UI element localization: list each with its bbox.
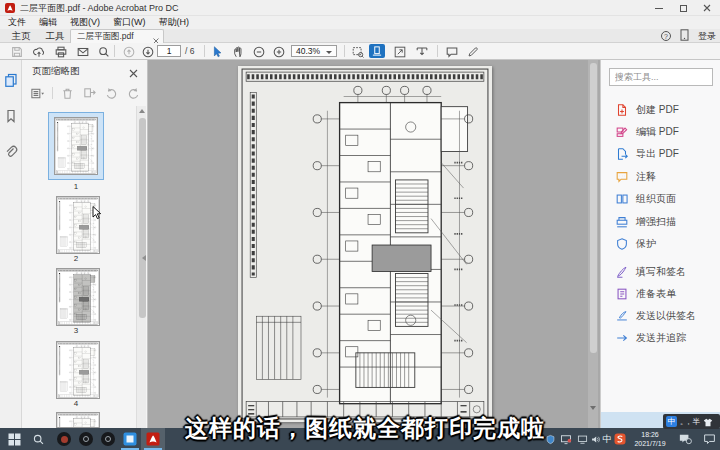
tray-sogou-icon[interactable]	[612, 428, 628, 450]
marquee-zoom-button[interactable]	[349, 44, 367, 59]
tool-edit-pdf[interactable]: 编辑 PDF	[601, 122, 720, 142]
tool-export-pdf[interactable]: 导出 PDF	[601, 144, 720, 164]
document-scrollbar[interactable]	[588, 60, 598, 428]
ime-width-button[interactable]: 半	[693, 417, 701, 427]
thumbnail-page-2[interactable]	[56, 196, 100, 254]
tool-enhance-scans[interactable]: 增强扫描	[601, 212, 720, 232]
help-icon[interactable]: ?	[661, 31, 671, 41]
print-button[interactable]	[52, 44, 70, 59]
ime-mode-button[interactable]: 中	[666, 416, 677, 427]
send-for-signature-icon	[615, 309, 629, 323]
scrollbar-thumb[interactable]	[139, 118, 146, 318]
pencil-edit-button[interactable]	[464, 44, 482, 59]
action-center-icon[interactable]	[698, 428, 720, 450]
tab-home[interactable]: 主页	[6, 29, 36, 43]
menu-help[interactable]: 帮助(H)	[159, 16, 190, 29]
tool-fill-sign[interactable]: 填写和签名	[601, 262, 720, 282]
tray-message-icon[interactable]	[674, 428, 696, 450]
chevron-down-icon	[326, 51, 332, 54]
document-pane	[148, 60, 600, 428]
tool-send-and-track[interactable]: 发送并追踪	[601, 328, 720, 348]
hand-tool-button[interactable]	[229, 44, 247, 59]
mouse-cursor	[92, 206, 102, 224]
desktop: 二层平面图.pdf - Adobe Acrobat Pro DC 文件 编辑 视…	[0, 0, 720, 450]
next-page-button[interactable]	[139, 44, 157, 59]
fit-page-button[interactable]	[369, 44, 385, 58]
organize-pages-icon	[615, 192, 629, 206]
previous-page-button[interactable]	[120, 44, 138, 59]
tool-comment[interactable]: 注释	[601, 167, 720, 187]
comment-icon	[615, 170, 629, 184]
zoom-out-button[interactable]	[250, 44, 268, 59]
tools-panel: 创建 PDF 编辑 PDF 导出 PDF 注释	[600, 60, 720, 428]
video-subtitle: 这样的话，图纸就全都打印完成啦	[185, 413, 545, 444]
enhance-scans-icon	[615, 215, 629, 229]
tool-create-pdf[interactable]: 创建 PDF	[601, 100, 720, 120]
taskbar-app-2-icon[interactable]	[74, 428, 98, 450]
taskbar-app-3-icon[interactable]	[96, 428, 120, 450]
fill-sign-icon	[615, 265, 629, 279]
tab-document[interactable]: 二层平面图.pdf	[70, 29, 164, 43]
tool-organize-pages[interactable]: 组织页面	[601, 189, 720, 209]
menu-window[interactable]: 窗口(W)	[113, 16, 146, 29]
tool-label: 组织页面	[636, 192, 676, 206]
menu-file[interactable]: 文件	[8, 16, 26, 29]
fit-width-button[interactable]	[413, 44, 431, 59]
clock-date: 2021/7/19	[630, 439, 670, 448]
search-tools-input[interactable]	[609, 68, 713, 86]
taskbar-app-4-icon[interactable]	[118, 428, 142, 450]
thumbnail-page-1[interactable]	[48, 112, 104, 180]
tool-label: 发送并追踪	[636, 331, 686, 345]
delete-pages-button[interactable]	[60, 86, 75, 101]
zoom-level-dropdown[interactable]: 40.3%	[291, 45, 337, 57]
page-number-input[interactable]	[157, 45, 181, 57]
sign-in-button[interactable]: 登录	[698, 30, 716, 43]
rotate-clockwise-button[interactable]	[126, 86, 141, 101]
menu-view[interactable]: 视图(V)	[70, 16, 100, 29]
minimize-button[interactable]	[648, 0, 670, 16]
thumbnail-page-4[interactable]	[56, 341, 100, 399]
taskbar-app-1-icon[interactable]	[52, 428, 76, 450]
thumbnail-label-4: 4	[48, 399, 104, 408]
window-title: 二层平面图.pdf - Adobe Acrobat Pro DC	[20, 2, 179, 15]
maximize-button[interactable]	[672, 0, 694, 16]
taskbar-acrobat-icon[interactable]	[141, 428, 165, 450]
scroll-up-icon[interactable]	[139, 109, 145, 113]
tab-close-icon[interactable]	[151, 32, 161, 42]
tool-send-for-signature[interactable]: 发送以供签名	[601, 306, 720, 326]
ime-punctuation-button[interactable]: 。,	[680, 417, 690, 427]
menu-edit[interactable]: 编辑	[39, 16, 57, 29]
tray-display-icon[interactable]	[558, 428, 574, 450]
search-icon[interactable]	[95, 44, 113, 59]
thumbnail-page-5[interactable]	[56, 412, 100, 428]
share-cloud-button[interactable]	[30, 44, 48, 59]
attachments-panel-icon[interactable]	[3, 144, 19, 160]
ime-skin-icon[interactable]	[703, 413, 713, 431]
email-button[interactable]	[74, 44, 92, 59]
taskbar-search-icon[interactable]	[26, 428, 50, 450]
full-screen-button[interactable]	[391, 44, 409, 59]
rotate-counterclockwise-button[interactable]	[104, 86, 119, 101]
panel-close-icon[interactable]	[128, 65, 139, 76]
bookmarks-panel-icon[interactable]	[3, 108, 19, 124]
document-scrollbar-thumb[interactable]	[590, 63, 597, 353]
tool-label: 导出 PDF	[636, 147, 679, 161]
thumbnail-options-button[interactable]	[30, 86, 45, 101]
scroll-down-icon[interactable]	[590, 406, 596, 410]
taskbar-clock[interactable]: 18:26 2021/7/19	[630, 430, 670, 448]
start-button[interactable]	[2, 428, 26, 450]
tool-label: 编辑 PDF	[636, 125, 679, 139]
zoom-in-button[interactable]	[270, 44, 288, 59]
page-thumbnails-panel-icon[interactable]	[3, 72, 19, 88]
tool-prepare-form[interactable]: 准备表单	[601, 284, 720, 304]
comment-button[interactable]	[443, 44, 461, 59]
save-button[interactable]	[8, 44, 26, 59]
thumbnail-page-3[interactable]	[56, 268, 100, 326]
tab-tools[interactable]: 工具	[40, 29, 70, 43]
tool-label: 保护	[636, 237, 656, 251]
extract-pages-button[interactable]	[82, 86, 97, 101]
close-button[interactable]	[696, 0, 718, 16]
select-tool-button[interactable]	[208, 44, 226, 59]
tool-protect[interactable]: 保护	[601, 234, 720, 254]
floor-plan-page[interactable]	[238, 66, 492, 422]
